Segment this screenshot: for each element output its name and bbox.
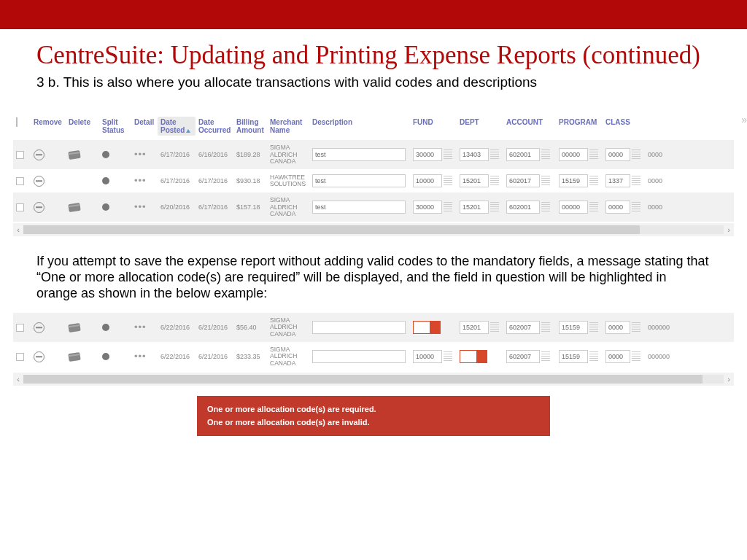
description-input[interactable]: [312, 148, 406, 161]
scroll-right-icon[interactable]: ›: [724, 225, 734, 234]
split-status-icon[interactable]: [102, 353, 109, 360]
detail-icon[interactable]: •••: [134, 178, 147, 184]
code-input-error[interactable]: [460, 350, 477, 363]
header-class[interactable]: CLASS: [603, 117, 645, 128]
lookup-icon[interactable]: [632, 176, 640, 186]
lookup-icon[interactable]: [490, 176, 499, 186]
description-input[interactable]: [312, 201, 406, 214]
remove-icon[interactable]: [34, 351, 44, 362]
code-input[interactable]: [460, 321, 489, 334]
header-dept[interactable]: DEPT: [457, 117, 503, 128]
detail-icon[interactable]: •••: [134, 152, 147, 158]
lookup-icon[interactable]: [444, 351, 452, 362]
lookup-icon[interactable]: [444, 202, 452, 212]
scroll-right-chevrons-icon[interactable]: »: [741, 114, 744, 125]
code-input[interactable]: [605, 350, 630, 363]
select-all-checkbox[interactable]: [16, 117, 18, 127]
code-input[interactable]: [605, 321, 630, 334]
lookup-icon[interactable]: [444, 149, 452, 160]
lookup-icon[interactable]: [541, 176, 550, 186]
scroll-thumb[interactable]: [23, 225, 640, 234]
lookup-icon[interactable]: [589, 149, 598, 160]
card-icon[interactable]: [68, 150, 80, 160]
description-input[interactable]: [312, 174, 406, 187]
remove-icon[interactable]: [34, 176, 44, 187]
scroll-left-icon[interactable]: ‹: [13, 375, 23, 384]
code-input[interactable]: [506, 148, 540, 161]
detail-icon[interactable]: •••: [134, 354, 147, 359]
code-input[interactable]: [559, 148, 588, 161]
lookup-icon[interactable]: [589, 176, 598, 186]
header-fund[interactable]: FUND: [410, 117, 457, 128]
card-icon[interactable]: [68, 352, 80, 362]
detail-icon[interactable]: •••: [134, 204, 147, 210]
lookup-icon[interactable]: [632, 149, 640, 160]
code-input[interactable]: [506, 350, 540, 363]
lookup-icon[interactable]: [589, 351, 598, 362]
lookup-icon[interactable]: [632, 202, 640, 212]
code-input[interactable]: [559, 174, 588, 187]
code-input[interactable]: [506, 321, 540, 334]
code-input[interactable]: [506, 201, 540, 214]
horizontal-scrollbar[interactable]: ‹ ›: [13, 223, 734, 236]
merchant-cell: SIGMA ALDRICH CANADA: [267, 345, 309, 368]
header-account[interactable]: ACCOUNT: [503, 117, 556, 128]
code-input[interactable]: [413, 174, 442, 187]
description-input[interactable]: [312, 350, 406, 363]
amount-cell: $930.18: [233, 176, 267, 187]
code-input[interactable]: [605, 174, 630, 187]
row-checkbox[interactable]: [16, 203, 24, 211]
code-input[interactable]: [413, 148, 442, 161]
row-checkbox[interactable]: [16, 324, 24, 332]
row-checkbox[interactable]: [16, 353, 24, 361]
lookup-icon[interactable]: [541, 202, 550, 212]
code-input-error[interactable]: [413, 321, 430, 334]
code-input[interactable]: [506, 174, 540, 187]
card-icon[interactable]: [68, 203, 80, 212]
lookup-icon[interactable]: [541, 322, 550, 332]
remove-icon[interactable]: [34, 149, 44, 160]
code-input[interactable]: [559, 321, 588, 334]
scroll-right-icon[interactable]: ›: [724, 375, 734, 384]
lookup-icon[interactable]: [632, 322, 640, 332]
code-input[interactable]: [605, 201, 630, 214]
lookup-icon[interactable]: [444, 176, 452, 186]
remove-icon[interactable]: [34, 202, 44, 213]
scroll-left-icon[interactable]: ‹: [13, 225, 23, 234]
header-date-posted[interactable]: Date Posted: [158, 117, 196, 136]
code-input[interactable]: [559, 201, 588, 214]
split-status-icon[interactable]: [102, 151, 109, 158]
code-input[interactable]: [413, 350, 442, 363]
header-date-occurred[interactable]: Date Occurred: [196, 117, 233, 136]
row-checkbox[interactable]: [16, 177, 24, 185]
header-description[interactable]: Description: [309, 117, 410, 128]
card-icon[interactable]: [68, 323, 80, 332]
code-input[interactable]: [460, 148, 489, 161]
lookup-icon[interactable]: [490, 322, 499, 332]
row-checkbox[interactable]: [16, 151, 24, 159]
remove-icon[interactable]: [34, 322, 44, 333]
scroll-thumb[interactable]: [23, 375, 703, 384]
lookup-icon[interactable]: [490, 202, 499, 212]
split-status-icon[interactable]: [102, 324, 109, 331]
header-billing[interactable]: Billing Amount: [233, 117, 267, 136]
lookup-icon[interactable]: [589, 322, 598, 332]
header-program[interactable]: PROGRAM: [556, 117, 603, 128]
table-row: ••• 6/17/2016 6/16/2016 $189.28 SIGMA AL…: [13, 140, 734, 169]
horizontal-scrollbar-2[interactable]: ‹ ›: [13, 373, 734, 386]
code-input[interactable]: [460, 174, 489, 187]
split-status-icon[interactable]: [102, 203, 109, 211]
split-status-icon[interactable]: [102, 177, 109, 184]
code-input[interactable]: [413, 201, 442, 214]
lookup-icon[interactable]: [589, 202, 598, 212]
lookup-icon[interactable]: [541, 351, 550, 362]
detail-icon[interactable]: •••: [134, 324, 147, 330]
header-merchant[interactable]: Merchant Name: [267, 117, 309, 136]
lookup-icon[interactable]: [490, 149, 499, 160]
code-input[interactable]: [460, 201, 489, 214]
description-input[interactable]: [312, 321, 406, 334]
code-input[interactable]: [605, 148, 630, 161]
code-input[interactable]: [559, 350, 588, 363]
lookup-icon[interactable]: [632, 351, 640, 362]
lookup-icon[interactable]: [541, 149, 550, 160]
